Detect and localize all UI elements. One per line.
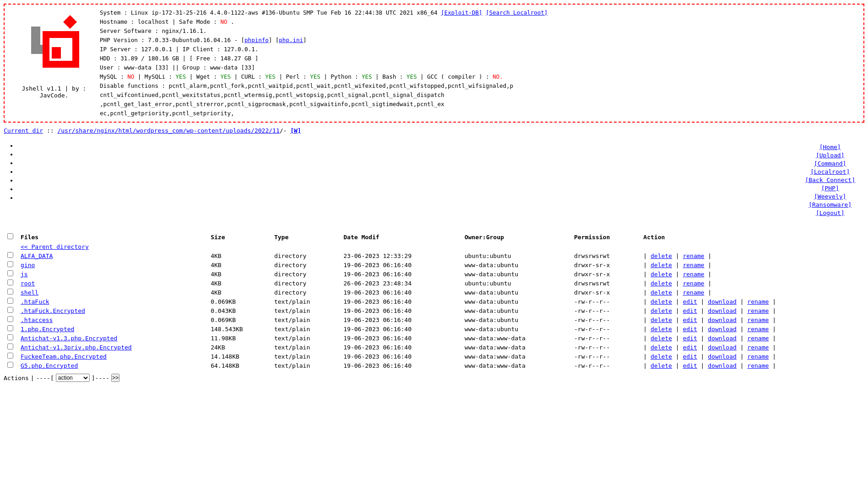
action-edit[interactable]: edit (683, 344, 697, 351)
row-checkbox[interactable] (7, 307, 13, 313)
action-edit[interactable]: edit (683, 335, 697, 342)
action-edit[interactable]: edit (683, 307, 697, 314)
action-edit[interactable]: edit (683, 353, 697, 360)
action-rename[interactable]: rename (683, 271, 704, 278)
nav-command[interactable]: [Command] (805, 160, 855, 167)
row-checkbox[interactable] (7, 298, 13, 304)
action-rename[interactable]: rename (683, 252, 704, 259)
phpini-link[interactable]: php.ini (279, 37, 303, 43)
action-edit[interactable]: edit (683, 298, 697, 305)
action-rename[interactable]: rename (683, 262, 704, 268)
action-delete[interactable]: delete (651, 262, 672, 268)
action-rename[interactable]: rename (747, 298, 769, 305)
path-uploads[interactable]: /uploads (222, 127, 251, 134)
action-rename[interactable]: rename (747, 335, 769, 342)
action-rename[interactable]: rename (683, 289, 704, 296)
action-delete[interactable]: delete (651, 335, 672, 342)
action-rename[interactable]: rename (683, 280, 704, 287)
path-11[interactable]: /11 (269, 127, 279, 134)
nav-upload[interactable]: [Upload] (805, 152, 855, 159)
bottom-actions: Actions | ----[ action delete download ]… (4, 374, 864, 382)
action-rename[interactable]: rename (747, 344, 769, 351)
current-dir-label[interactable]: Current dir (4, 127, 43, 134)
file-link[interactable]: root (21, 280, 35, 287)
path-2022[interactable]: /2022 (251, 127, 269, 134)
action-delete[interactable]: delete (651, 353, 672, 360)
action-rename[interactable]: rename (747, 317, 769, 323)
file-link[interactable]: Antichat-v1.3.php.Encrypted (21, 335, 117, 342)
file-link[interactable]: js (21, 271, 28, 278)
file-link[interactable]: .htaFuck.Encrypted (21, 307, 85, 314)
action-download[interactable]: download (708, 307, 737, 314)
action-delete[interactable]: delete (651, 362, 672, 369)
nav-localroot[interactable]: [Localroot] (805, 168, 855, 175)
row-checkbox[interactable] (7, 261, 13, 267)
row-checkbox[interactable] (7, 252, 13, 258)
row-name: gino (17, 260, 207, 269)
action-rename[interactable]: rename (747, 307, 769, 314)
select-all-checkbox[interactable] (7, 233, 13, 239)
file-link[interactable]: Antichat-v1.3priv.php.Encrypted (21, 344, 132, 351)
row-checkbox[interactable] (7, 289, 13, 295)
row-checkbox[interactable] (7, 270, 13, 276)
nav-home[interactable]: [Home] (805, 144, 855, 150)
action-delete[interactable]: delete (651, 271, 672, 278)
actions-go-button[interactable]: >> (111, 374, 119, 382)
file-link[interactable]: shell (21, 289, 38, 296)
row-checkbox[interactable] (7, 353, 13, 359)
action-download[interactable]: download (708, 353, 737, 360)
action-delete[interactable]: delete (651, 252, 672, 259)
row-checkbox[interactable] (7, 362, 13, 368)
nav-backconnect[interactable]: [Back Connect] (805, 177, 855, 183)
action-delete[interactable]: delete (651, 289, 672, 296)
action-delete[interactable]: delete (651, 280, 672, 287)
action-download[interactable]: download (708, 326, 737, 333)
path-root[interactable]: /usr (57, 127, 71, 134)
action-delete[interactable]: delete (651, 317, 672, 323)
path-wpcom[interactable]: /wordpress_com (133, 127, 183, 134)
actions-select[interactable]: action delete download (56, 374, 90, 382)
action-edit[interactable]: edit (683, 317, 697, 323)
action-edit[interactable]: edit (683, 362, 697, 369)
action-delete[interactable]: delete (651, 298, 672, 305)
parent-dir-link[interactable]: << Parent directory (21, 243, 89, 250)
action-download[interactable]: download (708, 344, 737, 351)
row-checkbox[interactable] (7, 334, 13, 340)
action-edit[interactable]: edit (683, 326, 697, 333)
row-checkbox[interactable] (7, 279, 13, 285)
row-checkbox[interactable] (7, 316, 13, 322)
action-delete[interactable]: delete (651, 307, 672, 314)
row-checkbox[interactable] (7, 344, 13, 349)
path-wpcontent[interactable]: /wp-content (183, 127, 222, 134)
phpinfo-link[interactable]: phpinfo (244, 37, 269, 43)
file-link[interactable]: .htaccess (21, 317, 53, 323)
file-link[interactable]: 1.php.Encrypted (21, 326, 74, 333)
action-rename[interactable]: rename (747, 353, 769, 360)
path-nginx[interactable]: /nginx (93, 127, 115, 134)
action-download[interactable]: download (708, 317, 737, 323)
action-delete[interactable]: delete (651, 326, 672, 333)
exploit-db-link[interactable]: [Exploit-DB] (441, 9, 482, 16)
action-download[interactable]: download (708, 362, 737, 369)
nav-ransomware[interactable]: [Ransomware] (805, 201, 855, 208)
file-link[interactable]: FuckeeTeam.php.Encrypted (21, 353, 107, 360)
nav-weevely[interactable]: [Weevely] (805, 193, 855, 200)
search-localroot-link[interactable]: [Search Localroot] (486, 9, 548, 16)
path-share[interactable]: /share (72, 127, 93, 134)
row-checkbox[interactable] (7, 325, 13, 331)
row-actions: | delete | edit | download | rename | (640, 361, 864, 370)
nav-php[interactable]: [PHP] (805, 185, 855, 192)
nav-links: [Home] [Upload] [Command] [Localroot] [B… (805, 142, 864, 218)
file-link[interactable]: .htaFuck (21, 298, 49, 305)
nav-logout[interactable]: [Logout] (805, 209, 855, 216)
action-delete[interactable]: delete (651, 344, 672, 351)
action-rename[interactable]: rename (747, 362, 769, 369)
action-download[interactable]: download (708, 298, 737, 305)
file-link[interactable]: G5.php.Encrypted (21, 362, 78, 369)
file-link[interactable]: gino (21, 262, 35, 268)
action-rename[interactable]: rename (747, 326, 769, 333)
action-download[interactable]: download (708, 335, 737, 342)
row-actions: | delete | rename | (640, 260, 864, 269)
path-html[interactable]: /html (115, 127, 133, 134)
file-link[interactable]: ALFA_DATA (21, 252, 53, 259)
